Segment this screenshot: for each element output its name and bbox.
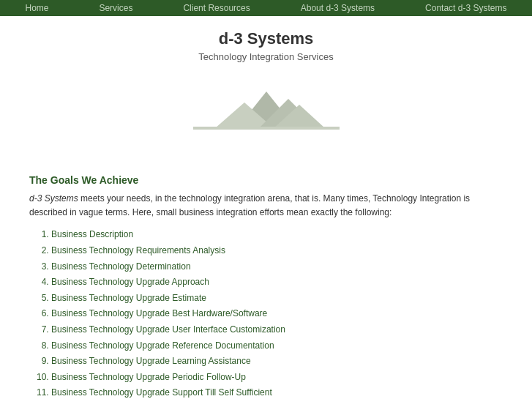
nav-about[interactable]: About d-3 Systems [293,3,382,13]
goals-list: Business Description Business Technology… [51,227,503,399]
list-item: Business Technology Upgrade Best Hardwar… [51,306,503,322]
list-item: Business Technology Determination [51,259,503,275]
goals-paragraph: d-3 Systems meets your needs, in the tec… [29,192,503,220]
nav-home[interactable]: Home [18,3,56,13]
site-title: d-3 Systems [0,29,532,48]
mountain-illustration [0,70,532,152]
nav-client-resources[interactable]: Client Resources [176,3,257,13]
list-item: Business Technology Requirements Analysi… [51,243,503,259]
list-item: Business Technology Upgrade Estimate [51,291,503,307]
list-item: Business Technology Upgrade Support Till… [51,385,503,399]
nav-contact[interactable]: Contact d-3 Systems [418,3,514,13]
list-item: Business Technology Upgrade Learning Ass… [51,354,503,370]
site-tagline: Technology Integration Services [0,51,532,62]
list-item: Business Technology Upgrade Reference Do… [51,338,503,354]
company-name: d-3 Systems [29,193,78,204]
nav-services[interactable]: Services [91,3,140,13]
goals-heading: The Goals We Achieve [29,174,503,186]
svg-rect-4 [193,127,340,130]
page-header: d-3 Systems Technology Integration Servi… [0,16,532,70]
list-item: Business Technology Upgrade Periodic Fol… [51,370,503,386]
list-item: Business Technology Upgrade User Interfa… [51,322,503,338]
goals-text: meets your needs, in the technology inte… [29,193,470,217]
main-content: The Goals We Achieve d-3 Systems meets y… [0,152,532,399]
main-nav: Home Services Client Resources About d-3… [0,0,532,16]
list-item: Business Description [51,227,503,243]
list-item: Business Technology Upgrade Approach [51,275,503,291]
